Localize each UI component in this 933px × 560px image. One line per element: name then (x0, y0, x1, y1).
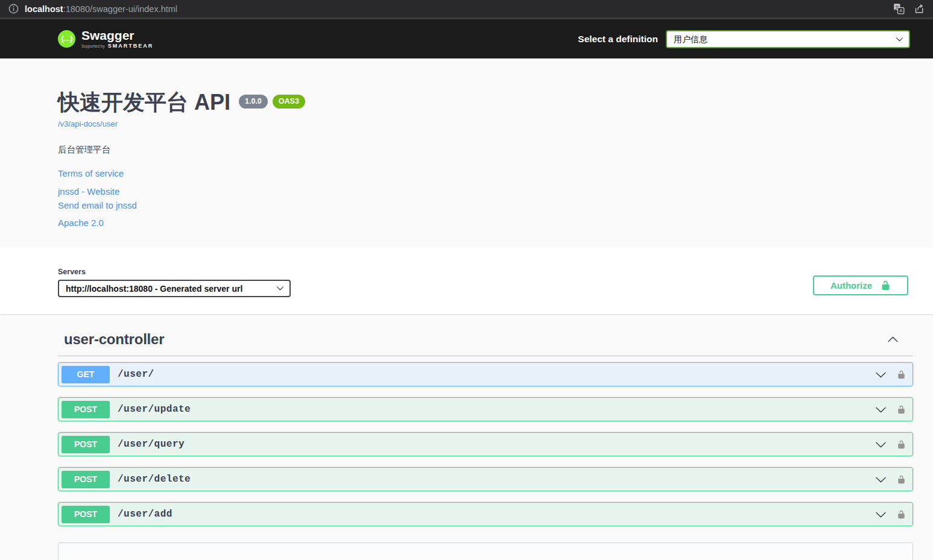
servers-label: Servers (58, 268, 291, 276)
collapse-section-button[interactable] (887, 334, 899, 345)
unlock-icon (881, 280, 891, 291)
method-badge[interactable]: POST (62, 401, 110, 418)
logo-supported-by: Supported by (81, 45, 105, 49)
method-badge[interactable]: GET (62, 366, 110, 383)
unlock-icon[interactable] (897, 405, 906, 414)
method-badge[interactable]: POST (62, 436, 110, 453)
endpoint-path: /user/update (118, 404, 875, 415)
endpoint-path: /user/delete (118, 474, 875, 485)
endpoint-row[interactable]: GET /user/ (58, 362, 913, 386)
section-title: user-controller (64, 331, 164, 348)
unlock-icon[interactable] (897, 370, 906, 379)
method-badge[interactable]: POST (62, 506, 110, 523)
url-path: :18080/swagger-ui/index.html (63, 4, 177, 14)
page-title: 快速开发平台 API (58, 91, 230, 114)
endpoint-row[interactable]: POST /user/update (58, 397, 913, 421)
svg-text:A: A (899, 8, 902, 13)
endpoint-list: GET /user/ POST /user/update POST /user/… (58, 362, 913, 526)
logo-title: Swagger (81, 29, 153, 42)
method-badge[interactable]: POST (62, 471, 110, 488)
definition-select[interactable]: 用户信息 (666, 30, 910, 48)
endpoint-path: /user/add (118, 509, 875, 520)
swagger-topbar: {…} Swagger Supported by SMARTBEAR Selec… (0, 19, 933, 58)
endpoint-row[interactable]: POST /user/delete (58, 467, 913, 491)
browser-address-bar[interactable]: localhost:18080/swagger-ui/index.html 文 … (0, 0, 933, 19)
schemas-section-box[interactable] (58, 543, 913, 560)
scheme-container: Servers http://localhost:18080 - Generat… (0, 247, 933, 314)
chevron-down-icon[interactable] (875, 439, 887, 450)
unlock-icon[interactable] (897, 510, 906, 519)
swagger-logo[interactable]: {…} Swagger Supported by SMARTBEAR (58, 29, 153, 49)
url-text[interactable]: localhost:18080/swagger-ui/index.html (25, 4, 882, 14)
endpoint-row[interactable]: POST /user/add (58, 502, 913, 526)
api-info-section: 快速开发平台 API 1.0.0 OAS3 /v3/api-docs/user … (0, 58, 933, 247)
chevron-down-icon[interactable] (875, 369, 887, 380)
translate-icon[interactable]: 文 A (893, 3, 905, 14)
browser-action-icons: 文 A (893, 3, 925, 14)
license-link[interactable]: Apache 2.0 (58, 218, 933, 228)
unlock-icon[interactable] (897, 440, 906, 449)
chevron-up-icon (887, 334, 899, 345)
select-definition-label: Select a definition (578, 34, 658, 45)
endpoint-path: /user/ (118, 369, 875, 380)
authorize-button[interactable]: Authorize (813, 275, 908, 295)
authorize-label: Authorize (830, 280, 872, 291)
url-host: localhost (25, 4, 63, 14)
chevron-down-icon[interactable] (875, 474, 887, 485)
chevron-down-icon[interactable] (875, 404, 887, 415)
version-badge: 1.0.0 (239, 95, 268, 109)
endpoint-row[interactable]: POST /user/query (58, 432, 913, 456)
swagger-logo-icon: {…} (58, 30, 75, 48)
endpoint-path: /user/query (118, 439, 875, 450)
unlock-icon[interactable] (897, 475, 906, 484)
info-circle-icon[interactable] (8, 3, 19, 14)
share-icon[interactable] (914, 3, 925, 14)
email-link[interactable]: Send email to jnssd (58, 200, 933, 210)
spec-url-link[interactable]: /v3/api-docs/user (58, 119, 118, 128)
operations-section: user-controller GET /user/ POST /user/up… (0, 314, 933, 526)
chevron-down-icon[interactable] (875, 509, 887, 520)
servers-select[interactable]: http://localhost:18080 - Generated serve… (58, 280, 291, 297)
logo-brand: SMARTBEAR (108, 43, 154, 49)
terms-of-service-link[interactable]: Terms of service (58, 168, 933, 178)
oas3-badge: OAS3 (273, 95, 305, 109)
api-description: 后台管理平台 (58, 144, 933, 156)
website-link[interactable]: jnssd - Website (58, 186, 933, 197)
section-header-user-controller[interactable]: user-controller (58, 324, 913, 356)
